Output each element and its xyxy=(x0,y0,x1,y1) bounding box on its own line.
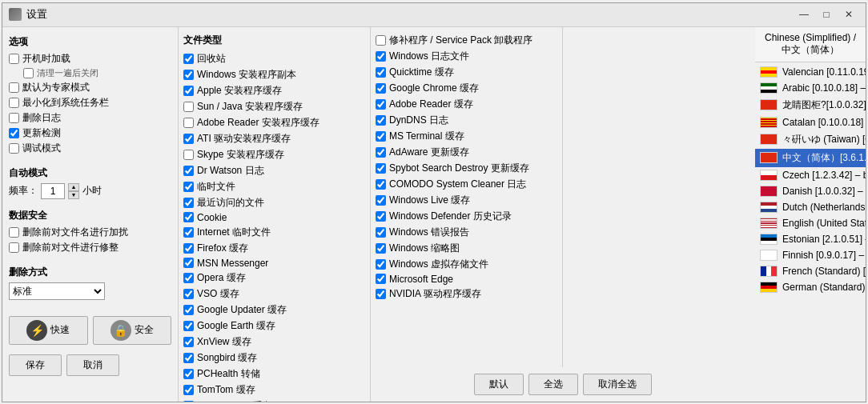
file-type-item: XnView 缓存 xyxy=(183,335,365,349)
right-file-type-item: Quicktime 缓存 xyxy=(376,66,557,79)
language-item[interactable]: 龙睛图柜?[1.0.0.32] – Morpheus Presolski xyxy=(755,96,866,114)
minimize-button[interactable]: — xyxy=(794,6,814,23)
file-type-checkbox-14[interactable] xyxy=(183,273,194,283)
select-all-button[interactable]: 全选 xyxy=(528,374,578,395)
file-type-item: Adobe Reader 安装程序缓存 xyxy=(183,116,365,130)
debug-checkbox[interactable] xyxy=(9,143,19,154)
right-file-type-checkbox-15[interactable] xyxy=(376,274,386,284)
file-type-checkbox-10[interactable] xyxy=(183,212,194,222)
file-type-checkbox-7[interactable] xyxy=(183,166,194,176)
flag-icon xyxy=(760,134,778,145)
file-type-checkbox-17[interactable] xyxy=(183,321,194,331)
overwrite-name-checkbox[interactable] xyxy=(9,227,19,238)
language-label: Arabic [0.10.0.18] – Mohammed Al-Foulad xyxy=(782,82,866,94)
right-file-type-checkbox-0[interactable] xyxy=(376,35,386,46)
safe-button[interactable]: 🔒 安全 xyxy=(93,316,172,345)
close-button[interactable]: ✕ xyxy=(838,6,859,23)
file-type-checkbox-16[interactable] xyxy=(183,305,194,315)
file-type-checkbox-18[interactable] xyxy=(183,337,194,347)
file-type-checkbox-0[interactable] xyxy=(183,54,194,64)
right-file-type-checkbox-16[interactable] xyxy=(376,289,386,299)
delete-log-checkbox[interactable] xyxy=(9,113,19,123)
right-file-type-checkbox-8[interactable] xyxy=(376,163,386,174)
file-type-item: Songbird 缓存 xyxy=(183,351,365,365)
file-type-checkbox-21[interactable] xyxy=(183,385,194,395)
right-file-type-checkbox-9[interactable] xyxy=(376,179,386,190)
right-file-type-checkbox-11[interactable] xyxy=(376,211,386,222)
language-item[interactable]: Valencian [0.11.0.19] – vjatv xyxy=(755,64,866,80)
language-item[interactable]: Dutch (Netherlands) [3.5.1.96] – Laurens… xyxy=(755,199,866,215)
file-type-checkbox-19[interactable] xyxy=(183,353,194,363)
expert-label: 默认为专家模式 xyxy=(22,81,90,94)
right-file-type-checkbox-13[interactable] xyxy=(376,243,386,254)
file-type-checkbox-12[interactable] xyxy=(183,243,194,254)
file-type-checkbox-22[interactable] xyxy=(183,401,194,402)
language-item[interactable]: Danish [1.0.0.32] – Jens P. Jensen Tonaj… xyxy=(755,183,866,199)
language-label: Czech [1.2.3.42] – balutbj xyxy=(782,170,866,181)
delete-method-select[interactable]: 标准 xyxy=(9,282,105,300)
language-label: Danish [1.0.0.32] – Jens P. Jensen Tonaj… xyxy=(782,186,866,197)
file-type-label-14: Opera 缓存 xyxy=(197,271,246,285)
file-type-checkbox-13[interactable] xyxy=(183,258,194,268)
right-file-type-checkbox-14[interactable] xyxy=(376,259,386,270)
deselect-all-button[interactable]: 取消全选 xyxy=(583,374,652,395)
update-check-checkbox[interactable] xyxy=(9,128,19,138)
language-item[interactable]: Arabic [0.10.0.18] – Mohammed Al-Foulad xyxy=(755,80,866,96)
frequency-label: 频率： xyxy=(9,184,38,198)
frequency-input[interactable] xyxy=(41,183,65,199)
file-type-label-11: Internet 临时文件 xyxy=(197,226,271,239)
file-type-checkbox-9[interactable] xyxy=(183,198,194,208)
language-list[interactable]: Valencian [0.11.0.19] – vjatvArabic [0.1… xyxy=(755,62,866,402)
language-label: 々硏いゆ (Taiwan) [0.13.1.22] – Hugo5688 xyxy=(782,133,866,146)
right-file-type-checkbox-12[interactable] xyxy=(376,227,386,238)
default-button[interactable]: 默认 xyxy=(474,374,524,395)
file-type-checkbox-5[interactable] xyxy=(183,134,194,144)
language-item[interactable]: 々硏いゆ (Taiwan) [0.13.1.22] – Hugo5688 xyxy=(755,130,866,149)
right-file-type-checkbox-10[interactable] xyxy=(376,195,386,206)
overwrite-file-checkbox[interactable] xyxy=(9,242,19,253)
file-type-checkbox-20[interactable] xyxy=(183,369,194,379)
startup-checkbox[interactable] xyxy=(9,54,19,64)
right-file-type-checkbox-6[interactable] xyxy=(376,131,386,142)
right-file-type-label-3: Google Chrome 缓存 xyxy=(389,82,479,95)
file-type-item: Google Earth 缓存 xyxy=(183,319,365,333)
right-file-type-checkbox-2[interactable] xyxy=(376,67,386,78)
language-item[interactable]: German (Standard) [3.5.2.97] – Wissmann xyxy=(755,279,866,295)
language-item[interactable]: English (United States) [3.2.0.82] – Kyl… xyxy=(755,215,866,231)
file-type-checkbox-3[interactable] xyxy=(183,102,194,112)
right-file-type-checkbox-7[interactable] xyxy=(376,147,386,158)
file-type-checkbox-1[interactable] xyxy=(183,70,194,80)
language-item[interactable]: Finnish [0.9.0.17] – Jesse xyxy=(755,247,866,263)
expert-checkbox[interactable] xyxy=(9,82,19,93)
speed-label: 快速 xyxy=(50,323,70,337)
file-type-checkbox-11[interactable] xyxy=(183,227,194,238)
maximize-button[interactable]: □ xyxy=(816,6,837,23)
file-type-checkbox-6[interactable] xyxy=(183,150,194,160)
flag-icon xyxy=(760,282,778,293)
file-type-checkbox-15[interactable] xyxy=(183,289,194,299)
flag-icon xyxy=(760,266,778,277)
file-type-checkbox-2[interactable] xyxy=(183,86,194,96)
language-item[interactable]: Czech [1.2.3.42] – balutbj xyxy=(755,167,866,183)
spin-up[interactable]: ▲ xyxy=(68,183,79,191)
right-file-type-item: Microsoft Edge xyxy=(376,274,557,285)
file-type-checkbox-8[interactable] xyxy=(183,182,194,192)
right-file-type-checkbox-3[interactable] xyxy=(376,83,386,94)
right-file-type-item: Google Chrome 缓存 xyxy=(376,82,557,95)
save-button[interactable]: 保存 xyxy=(9,354,62,376)
update-check-item: 更新检测 xyxy=(9,126,171,140)
file-type-checkbox-4[interactable] xyxy=(183,118,194,128)
language-item[interactable]: French (Standard) [3.2.2.85] – Kyle Kata… xyxy=(755,263,866,279)
language-item[interactable]: Catalan [0.10.0.18] – Juansa xyxy=(755,114,866,130)
language-item[interactable]: 中文（简体）[3.6.1.100] – Bojun Li（李柏均） xyxy=(755,149,866,167)
cleanup-checkbox[interactable] xyxy=(23,68,34,78)
file-type-item: Macromedia 缓存 xyxy=(183,399,365,402)
right-file-type-checkbox-4[interactable] xyxy=(376,99,386,110)
language-item[interactable]: Estonian [2.1.0.51] – Olav xyxy=(755,231,866,247)
speed-button[interactable]: ⚡ 快速 xyxy=(9,316,88,345)
right-file-type-checkbox-1[interactable] xyxy=(376,51,386,62)
right-file-type-checkbox-5[interactable] xyxy=(376,115,386,126)
minimize-checkbox[interactable] xyxy=(9,98,19,108)
spin-down[interactable]: ▼ xyxy=(68,191,79,199)
cancel-button[interactable]: 取消 xyxy=(66,354,119,376)
